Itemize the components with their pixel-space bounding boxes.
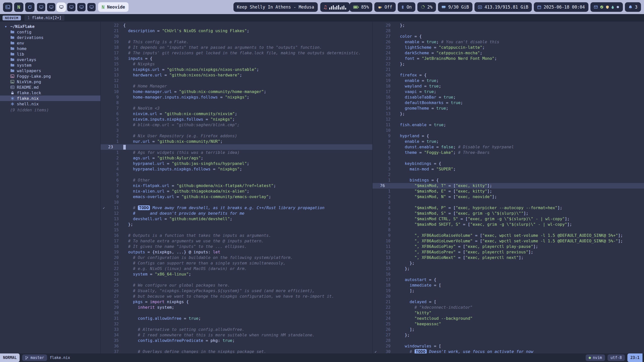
code-line[interactable]: 11 fish.enable = true; (373, 122, 644, 128)
code-line[interactable]: 17 autostart = { (373, 277, 644, 283)
code-line[interactable]: 18 # It depends on "inputs" that are pas… (101, 45, 372, 50)
code-line[interactable]: 18 # It gives the name "inputs" to the .… (101, 244, 372, 249)
idle-inhibitor-pill[interactable]: Off (374, 2, 396, 12)
battery-pill[interactable]: 85% (350, 2, 373, 12)
key-tray-icon[interactable] (616, 6, 619, 9)
code-line[interactable]: 12 (373, 117, 644, 122)
code-line[interactable]: 14 }; (373, 260, 644, 266)
code-line[interactable]: 37 # Overlays define changes in the nixp… (101, 349, 372, 353)
code-line[interactable]: 19 outputs = {nixpkgs, ...} @ inputs: le… (101, 249, 372, 255)
code-line[interactable]: 33 # Alternative to setting config.allow… (101, 327, 372, 332)
check-tray-icon[interactable] (600, 5, 603, 9)
code-line[interactable]: 14 }; (101, 222, 372, 227)
tree-item-home[interactable]: home (0, 46, 100, 51)
code-line[interactable]: 20 (101, 34, 372, 39)
code-line[interactable]: 10 ", XF86AudioLowerVolume" = ["exec, wp… (373, 238, 644, 244)
code-line[interactable]: 14 gnomeTheme = true; (373, 106, 644, 111)
code-line[interactable]: 16 # Outputs is a function that takes th… (101, 233, 372, 238)
code-line[interactable]: 24 darkScheme = "catppuccin-mocha"; (373, 50, 644, 56)
workspace-button-6[interactable] (87, 3, 96, 11)
code-line[interactable]: 12 # and doesn't provide any benefits fo… (101, 211, 372, 216)
code-line[interactable]: 8 (101, 100, 372, 106)
code-line[interactable]: 25 # We configure our global packages he… (101, 283, 372, 288)
code-line[interactable]: 8 nix-alien.url = "github:thiagokokada/n… (101, 189, 372, 194)
code-line[interactable]: 9 ", XF86AudioRaiseVolume" = ["exec, wpc… (373, 233, 644, 238)
tree-item-lib[interactable]: lib (0, 51, 100, 57)
code-line[interactable]: 26 enable = true; # You can't disable th… (373, 39, 644, 45)
code-line[interactable]: 24 "nextcloud --background" (373, 316, 644, 321)
tree-item-derivations[interactable]: derivations (0, 35, 100, 40)
music-visualizer-pill[interactable]: ♫ (320, 2, 350, 12)
neovide-window-button[interactable]: N Neovide (98, 2, 129, 12)
code-line[interactable]: 10 (373, 128, 644, 133)
code-line[interactable]: 23 font = "JetBrainsMono Nerd Font Mono"… (373, 56, 644, 61)
tree-item-foggy-lake-png[interactable]: Foggy-Lake.png (0, 73, 100, 79)
code-line[interactable]: 11 # Home Manager (101, 83, 372, 89)
tree-item-flake-lock[interactable]: flake.lock (0, 90, 100, 96)
code-line[interactable]: 14 nixpkgs.url = "github:nixos/nixpkgs/n… (101, 67, 372, 72)
code-line[interactable]: 16 disableTabBar = true; (373, 95, 644, 100)
code-line[interactable]: 26 # Usually, "nixpkgs.legacyPackages.${… (101, 288, 372, 294)
code-line[interactable]: 4 # blink-cmp.url = "github:saghen/blink… (101, 122, 372, 128)
code-line[interactable]: 28 (373, 28, 644, 34)
tree-item-readme-md[interactable]: README.md (0, 84, 100, 90)
code-line[interactable]: 3 main-mod = "SUPER"; (373, 166, 644, 172)
code-line[interactable]: 36 (101, 343, 372, 349)
code-line[interactable]: 23 "kitty" (373, 310, 644, 316)
code-line[interactable]: 19 ]; (373, 288, 644, 294)
code-line[interactable]: 3 (101, 128, 372, 133)
cloud-tray-icon[interactable] (611, 5, 614, 9)
clock-pill[interactable]: 2025-06-18 00:04 (534, 2, 588, 12)
code-line[interactable]: 5 nixvim.inputs.nixpkgs.follows = "nixpk… (101, 117, 372, 122)
code-line[interactable]: 16 inputs = { (101, 56, 372, 61)
code-line[interactable]: 27 }; (373, 332, 644, 338)
code-line[interactable]: 17 vaapi = true; (373, 89, 644, 95)
code-line[interactable]: 15 (101, 227, 372, 233)
code-line[interactable]: 24 (101, 277, 372, 283)
code-line[interactable]: ✓30 # TODO Doesn't work, use focus_on_ac… (373, 349, 644, 353)
code-line[interactable]: 7 "$mainMod SHIFT, S" = ["exec, grim -g … (373, 222, 644, 227)
code-line[interactable]: 7 nix-flatpak.url = "github:gmodena/nix-… (101, 183, 372, 189)
code-line[interactable]: 13 hardware.url = "github:nixos/nixos-ha… (101, 72, 372, 78)
code-line[interactable]: 2 ags.url = "github:Aylur/ags"; (101, 155, 372, 161)
code-line[interactable]: 22 # "kdeconnect-indicator" (373, 305, 644, 310)
code-line[interactable]: 10 (101, 200, 372, 205)
code-line[interactable]: 9 emacs-overlay.url = "github:nix-commun… (101, 194, 372, 200)
code-line[interactable]: 4 keybindings = { (373, 161, 644, 166)
code-line[interactable]: 8 enable = true; (373, 139, 644, 144)
code-line[interactable]: 9 home-manager.inputs.nixpkgs.follows = … (101, 95, 372, 100)
notifications-pill[interactable]: 3 (625, 2, 641, 12)
code-line[interactable]: 5 "$mainMod, S" = ["exec, grim -g \"$(sl… (373, 211, 644, 216)
code-line[interactable]: 2 (373, 172, 644, 177)
code-line[interactable]: 22 }; (373, 61, 644, 67)
code-line[interactable]: 13 devshell.url = "github:numtide/devshe… (101, 216, 372, 222)
code-line[interactable]: 27 color = { (373, 34, 644, 39)
code-line[interactable]: 6 nixvim.url = "github:nix-community/nix… (101, 111, 372, 117)
editor-pane-right[interactable]: 29 };2827 color = {26 enable = true; # Y… (372, 22, 644, 353)
code-line[interactable]: 12 (101, 78, 372, 83)
code-line[interactable]: 3 hyprpanel.url = "github:jas-singhfsu/h… (101, 161, 372, 166)
code-line[interactable]: 34 # I read somewhere that this is more … (101, 332, 372, 338)
shield-tray-icon[interactable] (606, 5, 609, 9)
code-line[interactable]: 7 # NeoVim <3 (101, 106, 372, 111)
code-line[interactable]: 1 "$mainMod, E" = ["exec, kitty"]; (373, 189, 644, 194)
code-line[interactable]: 1 nur.url = "github:nix-community/NUR"; (101, 139, 372, 144)
code-line[interactable]: 20 firefox = { (373, 72, 644, 78)
code-line[interactable]: 17 # To handle extra arguments we use th… (101, 238, 372, 244)
tree-item-config[interactable]: config (0, 29, 100, 35)
editor-pane-left[interactable]: 22{21 description = "ChUrl's NixOS confi… (101, 22, 372, 353)
code-line[interactable]: 1 # Ags for widgets (this was a terrible… (101, 150, 372, 155)
workspace-button-4[interactable] (67, 3, 75, 11)
code-line[interactable]: 6 "$mainMod CTRL, S" = ["exec, grim -g \… (373, 216, 644, 222)
code-line[interactable]: 15 defaultBookmarks = true; (373, 100, 644, 106)
code-line[interactable]: 21 delayed = [ (373, 299, 644, 305)
mail-tray-icon[interactable] (594, 6, 598, 9)
tree-item-nixvim-png[interactable]: NixVim.png (0, 79, 100, 84)
code-line[interactable]: 13 }; (373, 111, 644, 117)
workspace-button-1[interactable] (37, 3, 45, 11)
code-line[interactable]: 25 "keepassxc" (373, 321, 644, 327)
code-line[interactable]: 20 # Our configuration is buildable on t… (101, 255, 372, 260)
code-line[interactable]: 11 ", XF86AudioPlay" = ["exec, playerctl… (373, 244, 644, 249)
code-line[interactable]: 18 immediate = [ (373, 283, 644, 288)
code-line[interactable]: 7 dunst.enable = false; # Disable for hy… (373, 144, 644, 150)
